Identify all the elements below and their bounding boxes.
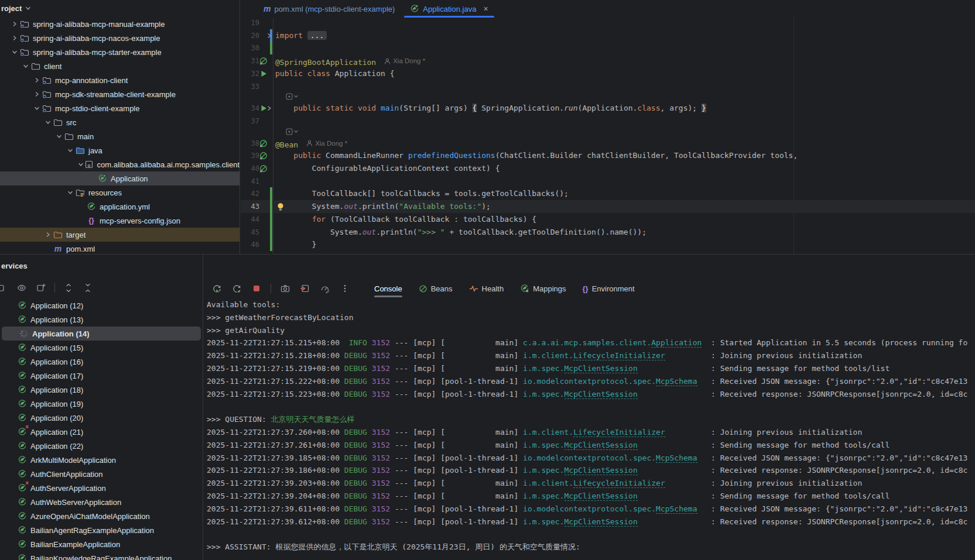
chevron-right-icon[interactable] <box>45 232 51 238</box>
tree-item-src[interactable]: src <box>0 115 240 129</box>
service-item-application-14-[interactable]: Application (14) <box>2 327 201 341</box>
chevron-down-icon[interactable] <box>67 147 73 153</box>
chevron-down-icon[interactable] <box>67 190 73 195</box>
logger-link[interactable]: McpClientSession <box>565 390 638 399</box>
service-item-authclientapplication[interactable]: AuthClientApplication <box>0 467 203 481</box>
service-item-application-20-[interactable]: Application (20) <box>0 411 203 425</box>
rerun-button[interactable] <box>211 283 223 294</box>
vcs-change-marker[interactable] <box>270 226 272 239</box>
spring-bean-gutter-icon[interactable] <box>259 56 268 66</box>
fold-chevron-icon[interactable] <box>266 33 272 39</box>
gauge-button[interactable] <box>319 283 331 294</box>
chevron-right-icon[interactable] <box>12 21 18 27</box>
chevron-right-icon[interactable] <box>34 77 40 83</box>
fold-chevron-icon[interactable] <box>266 105 272 111</box>
logger-link[interactable]: LifecycleInitializer <box>573 479 665 488</box>
inlay-hint[interactable] <box>286 92 299 101</box>
tree-item-mcp-annotation-client[interactable]: mcp-annotation-client <box>0 73 240 87</box>
vcs-change-marker[interactable] <box>270 187 272 200</box>
rerun-update-button[interactable] <box>231 283 242 294</box>
tree-item-application[interactable]: Application <box>0 171 240 185</box>
spring-bean-gutter-icon[interactable] <box>259 151 268 160</box>
tree-item-mcp-servers-config-json[interactable]: {}mcp-servers-config.json <box>0 214 240 228</box>
new-tab-button[interactable] <box>35 282 47 294</box>
tree-item-com-alibaba-alibaba-ai-mcp-samples-client[interactable]: com.alibaba.alibaba.ai.mcp.samples.clien… <box>0 157 240 171</box>
chevron-down-icon[interactable] <box>78 162 84 167</box>
code-editor[interactable]: 1920import ...3031@SpringBootApplication… <box>241 18 975 254</box>
logger-link[interactable]: McpClientSession <box>565 492 638 501</box>
service-item-application-17-[interactable]: Application (17) <box>0 369 203 383</box>
logger-link[interactable]: LifecycleInitializer <box>573 428 665 437</box>
gear-inlay-icon[interactable] <box>286 93 299 100</box>
vcs-change-marker[interactable] <box>270 213 272 226</box>
chevron-down-icon[interactable] <box>56 133 62 139</box>
tab-health[interactable]: Health <box>469 280 504 297</box>
logger-link[interactable]: McpSchema <box>656 454 697 463</box>
tree-item-mcp-sdk-streamable-client-example[interactable]: mcp-sdk-streamable-client-example <box>0 87 240 101</box>
service-item-application-15-[interactable]: Application (15) <box>0 341 203 355</box>
thread-dump-button[interactable] <box>299 283 311 294</box>
tree-item-spring-ai-alibaba-mcp-manual-example[interactable]: spring-ai-alibaba-mcp-manual-example <box>0 17 240 31</box>
tree-item-spring-ai-alibaba-mcp-nacos-example[interactable]: spring-ai-alibaba-mcp-nacos-example <box>0 31 240 45</box>
kebab-button[interactable] <box>339 283 351 294</box>
gear-inlay-icon[interactable] <box>286 128 299 135</box>
service-item-azureopenaichatmodelapplication[interactable]: AzureOpenAiChatModelApplication <box>0 509 203 523</box>
camera-button[interactable] <box>279 283 291 294</box>
eye-button[interactable] <box>16 282 28 294</box>
chevron-down-icon[interactable] <box>12 49 18 55</box>
spring-bean-gutter-icon[interactable] <box>259 164 268 173</box>
service-item-authwebserverapplication[interactable]: AuthWebServerApplication <box>0 495 203 509</box>
logger-link[interactable]: McpClientSession <box>565 466 638 475</box>
service-item-application-21-[interactable]: ×Application (21) <box>0 425 203 439</box>
partial-button[interactable] <box>0 282 8 294</box>
inlay-hint[interactable] <box>286 128 299 136</box>
tree-item-spring-ai-alibaba-mcp-starter-example[interactable]: spring-ai-alibaba-mcp-starter-example <box>0 45 240 59</box>
logger-link[interactable]: Application <box>651 338 702 348</box>
logger-link[interactable]: McpSchema <box>656 504 697 514</box>
stop-button[interactable] <box>251 283 262 294</box>
chevron-down-icon[interactable] <box>45 119 51 125</box>
vcs-change-marker[interactable] <box>270 200 272 213</box>
logger-link[interactable]: LifecycleInitializer <box>573 351 665 360</box>
tree-item-target[interactable]: target <box>0 228 240 242</box>
logger-link[interactable]: McpSchema <box>656 377 697 386</box>
chevron-down-icon[interactable] <box>34 105 40 111</box>
logger-link[interactable]: McpClientSession <box>565 364 638 373</box>
tab-console[interactable]: Console <box>374 280 402 297</box>
service-item-application-18-[interactable]: Application (18) <box>0 383 203 397</box>
service-item-application-19-[interactable]: Application (19) <box>0 397 203 411</box>
service-item-bailianagentragexampleapplication[interactable]: BailianAgentRagExampleApplication <box>0 523 203 537</box>
tab-beans[interactable]: Beans <box>419 280 453 297</box>
tab-mappings[interactable]: Mappings <box>520 280 566 297</box>
service-item-application-13-[interactable]: Application (13) <box>0 312 203 327</box>
tab-pom-xml-mcp-stdio-client-example-[interactable]: mpom.xml (mcp-stdio-client-example) <box>256 0 402 18</box>
logger-link[interactable]: McpClientSession <box>565 517 638 527</box>
vcs-change-marker[interactable] <box>270 238 272 251</box>
tree-item-mcp-stdio-client-example[interactable]: mcp-stdio-client-example <box>0 101 240 115</box>
logger-link[interactable]: McpClientSession <box>565 441 638 450</box>
close-icon[interactable]: × <box>483 4 488 13</box>
tree-item-application-yml[interactable]: application.yml <box>0 200 240 214</box>
chevron-right-icon[interactable] <box>34 91 40 97</box>
service-item-bailianexampleapplication[interactable]: BailianExampleApplication <box>0 537 203 551</box>
tree-item-main[interactable]: main <box>0 129 240 143</box>
chevron-down-icon[interactable] <box>23 63 29 69</box>
service-item-application-22-[interactable]: Application (22) <box>0 439 203 453</box>
service-item-application-12-[interactable]: Application (12) <box>0 298 203 312</box>
horizontal-splitter[interactable] <box>0 254 975 255</box>
tree-item-resources[interactable]: resources <box>0 185 240 200</box>
expand-all-button[interactable] <box>63 282 74 294</box>
service-item-application-16-[interactable]: Application (16) <box>0 355 203 369</box>
tree-item-pom-xml[interactable]: mpom.xml <box>0 242 240 254</box>
console-output[interactable]: Available tools:>>> getWeatherForecastBy… <box>203 298 975 560</box>
service-item-authserverapplication[interactable]: ×AuthServerApplication <box>0 481 203 495</box>
service-item-arkmultimodelapplication[interactable]: ArkMultiModelApplication <box>0 453 203 467</box>
tree-item-java[interactable]: java <box>0 143 240 157</box>
tab-environment[interactable]: {}Environment <box>583 280 635 297</box>
tree-item-client[interactable]: client <box>0 59 240 73</box>
tab-application-java[interactable]: Application.java× <box>402 0 495 18</box>
run-gutter-icon[interactable] <box>259 69 268 78</box>
collapse-all-button[interactable] <box>82 282 94 294</box>
vcs-change-marker[interactable] <box>270 42 272 54</box>
spring-bean-gutter-icon[interactable] <box>259 139 268 148</box>
